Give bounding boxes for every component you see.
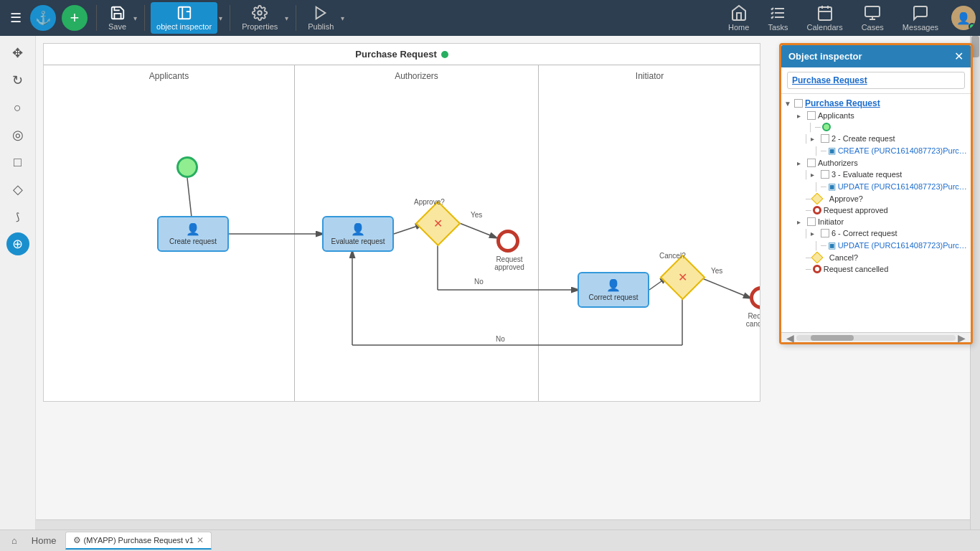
scroll-left-arrow[interactable]: ◀ [784,332,796,344]
root-expander[interactable]: ▼ [784,100,794,108]
oi-horizontal-scrollbar[interactable]: ◀ ▶ [781,332,971,342]
bpmn-canvas[interactable]: Purchase Request Applicants Authorizers … [43,43,760,402]
tab-home-icon[interactable]: ⌂ [6,532,23,549]
create-checkbox[interactable] [821,134,829,143]
end-cancelled-tree-label: Request cancelled [824,265,889,273]
tab-home-label[interactable]: Home [26,532,62,549]
save-dropdown[interactable]: ▾ [132,11,138,25]
tree-evaluate-request[interactable]: │ ▸ 3 - Evaluate request [781,169,971,180]
tasks-nav[interactable]: Tasks [762,1,793,34]
pool-title: Purchase Request [355,49,436,60]
tree-gateway-cancel[interactable]: ─ Cancel? [781,252,971,263]
end-approved-label: Request approved [484,255,534,271]
scroll-track[interactable] [796,335,956,341]
move-tool[interactable]: ✥ [6,42,29,65]
calendars-nav[interactable]: Calendars [801,1,849,34]
tab-close-button[interactable]: ✕ [197,535,204,545]
diamond-tool[interactable]: ◇ [6,178,29,201]
tree-correct-request[interactable]: │ ▸ 6 - Correct request [781,227,971,239]
create-db-label: CREATE (PURC1614087723)Purch... [838,146,968,155]
properties-action[interactable]: Properties [236,2,283,34]
eval-expander[interactable]: ▸ [811,171,821,179]
oi-search-input[interactable] [787,72,965,89]
tree-applicants[interactable]: ▸ Applicants [781,110,971,121]
object-inspector-action[interactable]: object inspector [151,2,217,34]
db-icon-3: ▣ [828,240,836,250]
properties-dropdown[interactable]: ▾ [283,11,290,25]
separator-2 [144,5,145,31]
chart-tool[interactable]: ⟆ [6,205,29,228]
tree-end-cancelled[interactable]: ─ Request cancelled [781,263,971,275]
scroll-right-arrow[interactable]: ▶ [956,332,968,344]
object-inspector-dropdown[interactable]: ▾ [217,11,224,25]
end-approved[interactable] [496,230,519,253]
rotate-tool[interactable]: ↻ [6,69,29,92]
root-label: Purchase Request [805,98,880,108]
bottom-scrollbar[interactable] [36,519,970,529]
eval-checkbox[interactable] [821,170,829,179]
oi-title: Object inspector [788,51,862,62]
publish-action[interactable]: Publish [302,2,339,34]
root-checkbox[interactable] [794,99,803,108]
tab-purchase-request[interactable]: ⚙ (MYAPP) Purchase Request v1 ✕ [65,532,212,550]
applicants-checkbox[interactable] [807,111,816,120]
home-nav[interactable]: Home [722,1,755,34]
tree-start[interactable]: │ ─ [781,121,971,133]
toolbar: ☰ ⚓ + Save ▾ object inspector ▾ Properti… [0,0,980,36]
messages-nav[interactable]: Messages [897,1,944,34]
end-cancelled-label: Request cancelled [736,312,760,328]
main-canvas-area: Purchase Request Applicants Authorizers … [36,36,980,529]
task-correct-request[interactable]: 👤 Correct request [578,272,649,308]
correct-expander[interactable]: ▸ [811,230,821,237]
init-expander[interactable]: ▸ [797,218,807,226]
gateway-approve-tree-label: Approve? [829,194,863,203]
pool-header: Purchase Request [44,44,760,65]
applicants-expander[interactable]: ▸ [797,112,807,120]
gateway-cancel-label: Cancel? [659,252,686,260]
tree-end-approved[interactable]: ─ Request approved [781,204,971,216]
pool-status-dot [441,51,448,58]
create-expander[interactable]: ▸ [811,135,821,143]
correct-checkbox[interactable] [821,229,829,237]
tab-icon: ⚙ [73,535,81,545]
user-avatar[interactable]: 👤 [951,6,976,30]
add-button[interactable]: + [62,5,88,31]
tree-initiator[interactable]: ▸ Initiator [781,216,971,227]
oi-search-bar [781,67,971,94]
task-evaluate-request[interactable]: 👤 Evaluate request [322,216,394,252]
top-nav: Home Tasks Calendars Cases [722,1,976,34]
tree-correct-db[interactable]: │ ─ ▣ UPDATE (PURC1614087723)Purch... [781,239,971,252]
tree-end-circle-1 [813,206,821,215]
tree-gateway-approve[interactable]: ─ Approve? [781,193,971,204]
start-event[interactable] [176,156,198,178]
tree-eval-db[interactable]: │ ─ ▣ UPDATE (PURC1614087723)Purch... [781,180,971,193]
hamburger-menu[interactable]: ☰ [4,10,27,26]
tree-create-db[interactable]: │ ─ ▣ CREATE (PURC1614087723)Purch... [781,144,971,157]
oi-close-button[interactable]: ✕ [954,50,963,63]
tree-end-circle-2 [813,265,821,273]
save-action[interactable]: Save [103,2,132,34]
tree-root[interactable]: ▼ Purchase Request [781,97,971,110]
logo-icon: ⚓ [30,5,56,31]
rect-tool[interactable]: □ [6,151,29,174]
scroll-thumb[interactable] [811,335,854,341]
tree-create-request[interactable]: │ ▸ 2 - Create request [781,133,971,144]
add-element-tool[interactable]: ⊕ [6,232,29,255]
task-eval-icon: 👤 [351,222,365,236]
task-create-request[interactable]: 👤 Create request [157,216,229,252]
auth-expander[interactable]: ▸ [797,159,807,167]
correct-db-label: UPDATE (PURC1614087723)Purch... [838,241,968,250]
task-create-label: Create request [169,237,217,246]
left-sidebar: ✥ ↻ ○ ◎ □ ◇ ⟆ ⊕ [0,36,36,529]
auth-checkbox[interactable] [807,159,816,167]
tree-authorizers[interactable]: ▸ Authorizers [781,157,971,169]
publish-dropdown[interactable]: ▾ [339,11,346,25]
cases-nav[interactable]: Cases [856,1,890,34]
init-checkbox[interactable] [807,217,816,226]
ellipse-tool[interactable]: ◎ [6,123,29,146]
svg-rect-8 [819,7,831,20]
task-correct-icon: 👤 [606,278,621,292]
circle-tool[interactable]: ○ [6,96,29,119]
gateway-icon-1 [811,193,823,204]
tree-start-circle [822,123,831,131]
